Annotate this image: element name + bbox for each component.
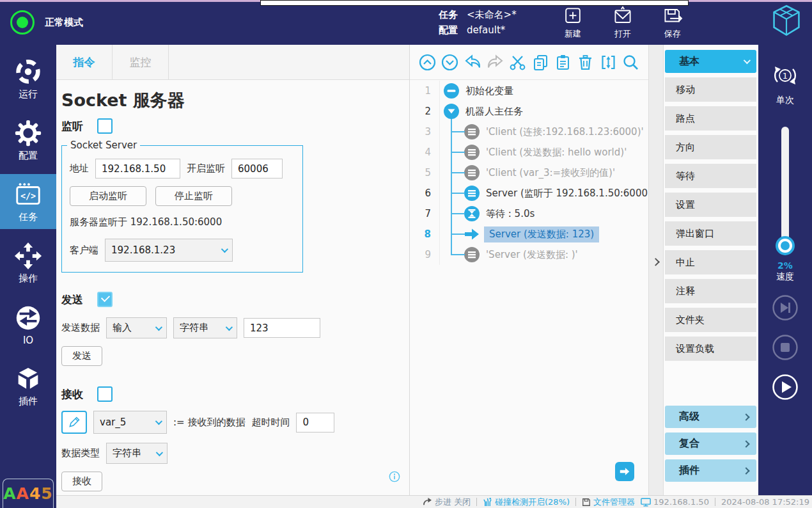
single-run-label: 单次 [776,95,794,106]
tree-row[interactable]: 6 Server (监听于 192.168.1.50:6000) [410,183,648,203]
tab-monitor[interactable]: 监控 [113,45,169,79]
palette-item-move[interactable]: 移动 [665,77,756,102]
tree-row[interactable]: 2 机器人主任务 [410,101,648,122]
palette-item-folder[interactable]: 文件夹 [665,308,756,332]
receive-action-button[interactable]: 接收 [61,472,102,491]
palette-group-label: 高级 [679,410,699,424]
panel-tabs: 指令 监控 [56,45,409,80]
edit-variable-button[interactable] [61,411,87,434]
palette-item-comment[interactable]: 注释 [665,279,756,303]
send-data-input[interactable] [244,318,320,338]
run-control-bar: 1 单次 2% 速度 [758,45,812,496]
cut-icon[interactable] [509,54,526,71]
tree-row[interactable]: 3 'Client (连接:192.168.1.23:6000)' [410,122,648,142]
save-button[interactable]: 保存 [661,5,684,40]
sidebar-item-label: 操作 [19,273,38,285]
menu-circle-icon[interactable] [464,123,480,140]
copy-icon[interactable] [532,54,549,71]
line-number: 2 [410,101,440,122]
replace-icon[interactable] [600,54,617,71]
send-source-select[interactable]: 输入 [106,317,167,338]
tree-branch [451,254,465,255]
redo-icon[interactable] [487,54,504,71]
listen-label: 监听 [61,119,83,134]
palette-group-label: 插件 [679,464,699,477]
palette-item-set[interactable]: 设置 [665,193,756,217]
address-input[interactable] [95,159,180,179]
tree-row[interactable]: 4 'Client (发送数据: hello world)' [410,142,648,163]
tree-row-selected[interactable]: 8 Server (发送数据: 123) [410,224,648,244]
move-down-icon[interactable] [441,54,458,71]
hourglass-icon[interactable] [464,205,480,222]
menu-circle-icon[interactable] [464,246,480,263]
arrow-right-icon[interactable] [464,226,480,242]
collision-detect-status[interactable]: 碰撞检测开启(28%) [483,496,570,508]
file-manager-link[interactable]: 文件管理器 [582,496,635,508]
speed-slider-thumb[interactable] [776,236,795,255]
sidebar-item-operate[interactable]: 操作 [0,235,56,290]
panel-expander[interactable] [648,45,664,496]
menu-circle-icon[interactable] [464,144,480,161]
timeout-input[interactable] [296,413,334,433]
datatype-select[interactable]: 字符串 [106,443,168,464]
receive-var-select[interactable]: var_5 [93,411,167,434]
undo-icon[interactable] [464,54,481,71]
start-listen-button[interactable]: 启动监听 [70,186,146,206]
stop-listen-button[interactable]: 停止监听 [155,186,232,206]
tree-row[interactable]: 5 'Client (var_3:=接收到的值)' [410,163,648,183]
palette-item-direction[interactable]: 方向 [665,135,756,159]
palette-item-payload[interactable]: 设置负载 [665,337,756,361]
client-select[interactable]: 192.168.1.23 [105,239,233,262]
new-button[interactable]: 新建 [561,5,584,40]
badge-char: A [17,484,29,503]
palette-item-popup[interactable]: 弹出窗口 [665,221,756,246]
info-icon[interactable] [389,471,400,485]
tree-row[interactable]: 1 初始化变量 [410,81,648,101]
listen-checkbox[interactable] [97,118,113,134]
port-input[interactable] [231,159,283,179]
open-button[interactable]: 打开 [611,5,634,40]
move-up-icon[interactable] [419,54,436,71]
palette-group-composite[interactable]: 复合 [665,433,756,455]
palette-item-waypoint[interactable]: 路点 [665,106,756,131]
timeout-label: 超时时间 [251,417,290,429]
palette-item-wait[interactable]: 等待 [665,164,756,188]
stop-button[interactable] [772,334,799,361]
sidebar-item-io[interactable]: IO [0,297,56,352]
step-next-button[interactable] [772,294,799,321]
sidebar-item-run[interactable]: 运行 [0,51,56,106]
send-type-select[interactable]: 字符串 [173,317,237,338]
single-run-toggle[interactable]: 1 单次 [769,59,802,106]
config-label: 配置 [439,22,458,38]
sidebar-item-task[interactable]: </> 任务 [0,174,56,229]
goto-selected-button[interactable] [615,462,634,481]
receive-checkbox[interactable] [97,386,113,402]
menu-circle-icon[interactable] [464,164,480,181]
menu-circle-icon[interactable] [464,185,480,202]
send-action-button[interactable]: 发送 [61,346,102,366]
palette-item-abort[interactable]: 中止 [665,250,756,274]
tree-branch [451,234,465,235]
palette-group-advanced[interactable]: 高级 [665,406,756,428]
open-button-label: 打开 [614,28,631,40]
speed-slider[interactable] [781,127,789,251]
sidebar-item-config[interactable]: 配置 [0,113,56,168]
tree-row[interactable]: 7 等待 : 5.0s [410,203,648,224]
listen-status-text: 服务器监听于 192.168.1.50:6000 [70,216,295,228]
palette-group-plugin[interactable]: 插件 [665,459,756,482]
collapse-triangle-icon[interactable] [443,103,460,120]
palette-header-basic[interactable]: 基本 [665,50,756,73]
send-checkbox[interactable] [97,292,113,307]
search-icon[interactable] [622,54,639,71]
play-button[interactable] [772,374,799,401]
tree-row[interactable]: 9 'Server (发送数据: )' [410,244,648,265]
client-select-value: 192.168.1.23 [111,244,175,256]
gear-icon [13,118,43,148]
delete-icon[interactable] [577,54,594,71]
step-mode-status[interactable]: 步进 关闭 [423,496,471,508]
tab-instruction[interactable]: 指令 [56,45,113,79]
sidebar-item-plugin[interactable]: 插件 [0,358,56,413]
single-run-icon: 1 [769,59,802,92]
paste-icon[interactable] [554,54,572,71]
minus-circle-icon[interactable] [443,83,460,99]
